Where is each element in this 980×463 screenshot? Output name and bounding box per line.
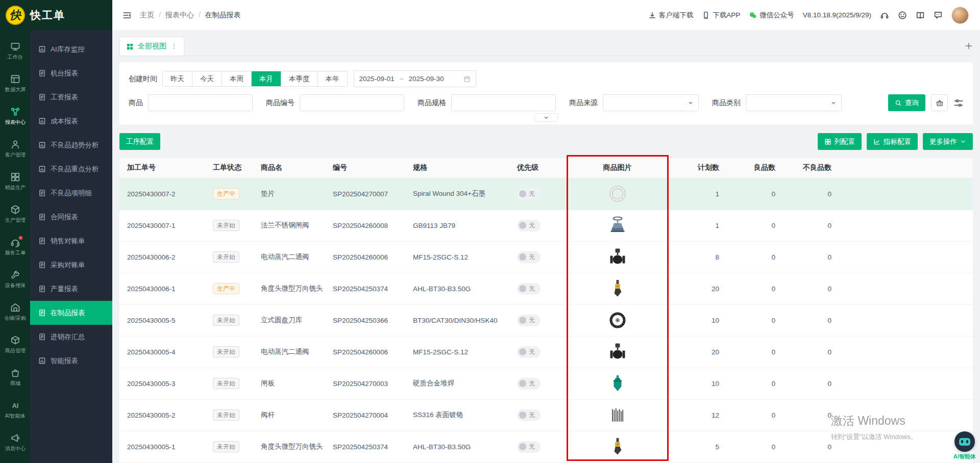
add-view-icon[interactable]	[965, 42, 973, 50]
quick-range-button[interactable]: 昨天	[163, 71, 192, 87]
quick-range-button[interactable]: 本年	[318, 71, 347, 87]
view-tabs: 全部视图	[119, 35, 973, 56]
rail-item[interactable]: 设备维保	[0, 263, 30, 295]
download-app-label: 下载APP	[713, 11, 740, 20]
quick-range-button[interactable]: 本季度	[281, 71, 318, 87]
sidebar-menu-label: 工资报表	[51, 93, 78, 102]
column-header-2: 商品名	[255, 158, 327, 178]
sidebar-menu-item[interactable]: 不良品重点分析	[30, 157, 112, 181]
search-button[interactable]: 查询	[888, 94, 925, 111]
tab-more-icon[interactable]	[170, 43, 178, 50]
quick-range-button[interactable]: 今天	[192, 71, 222, 87]
table-row[interactable]: 20250430005-3 未开始 闸板 SP202504270003 硬质合金…	[119, 368, 973, 399]
sidebar-menu-item[interactable]: 进销存汇总	[30, 325, 112, 349]
sidebar-menu-item[interactable]: 不良品项明细	[30, 181, 112, 205]
date-separator: ~	[400, 75, 404, 83]
rail-item[interactable]: 商品管理	[0, 328, 30, 361]
valve-stem-image[interactable]	[607, 405, 628, 425]
rail-item[interactable]: 报表中心	[0, 99, 30, 132]
date-from[interactable]: 2025-09-01	[359, 75, 395, 83]
cell-plan-qty: 10	[668, 368, 725, 399]
rail-item[interactable]: AI AI智能体	[0, 393, 30, 426]
sidebar-menu-label: 进销存汇总	[51, 332, 85, 342]
saved-query-basket-icon[interactable]	[931, 94, 948, 111]
sidebar-menu-item[interactable]: AI库存监控	[30, 37, 112, 61]
search-icon	[895, 99, 902, 107]
quick-range-button[interactable]: 本周	[222, 71, 252, 87]
chart-doc-icon	[38, 45, 46, 53]
table-row[interactable]: 20250430005-5 未开始 立式圆盘刀库 SP202504250366 …	[119, 304, 973, 336]
mall-icon	[10, 368, 20, 378]
messages-icon[interactable]	[934, 11, 943, 20]
breadcrumb-report-center[interactable]: 报表中心	[154, 11, 194, 20]
rail-item[interactable]: 精益生产	[0, 165, 30, 197]
rail-item[interactable]: 客户管理	[0, 132, 30, 165]
table-row[interactable]: 20250430006-1 生产中 角度头微型万向铣头 SP2025042503…	[119, 273, 973, 304]
help-manual-icon[interactable]	[916, 11, 925, 20]
rail-item[interactable]: 工作台	[0, 34, 30, 67]
sidebar-menu-item[interactable]: 机台报表	[30, 61, 112, 85]
download-app-link[interactable]: 下载APP	[702, 11, 740, 20]
priority-dot-icon	[519, 317, 526, 324]
filter-field-input[interactable]	[451, 94, 556, 111]
cell-product-image	[567, 273, 668, 304]
collapse-filters-button[interactable]	[534, 113, 558, 122]
sidebar-menu-item[interactable]: 在制品报表	[30, 301, 112, 325]
tab-all-views[interactable]: 全部视图	[119, 37, 184, 56]
gate-valve-image[interactable]	[607, 215, 628, 236]
breadcrumb-home[interactable]: 主页	[140, 11, 154, 20]
support-headset-icon[interactable]	[880, 11, 889, 20]
tab-all-views-label: 全部视图	[138, 42, 166, 51]
milling-head-image[interactable]	[607, 436, 628, 457]
table-row[interactable]: 20250430007-1 未开始 法兰不锈钢闸阀 SP202504260008…	[119, 210, 973, 241]
date-to[interactable]: 2025-09-30	[408, 75, 444, 83]
table-row[interactable]: 20250430005-1 未开始 角度头微型万向铣头 SP2025042503…	[119, 431, 973, 462]
sidebar-menu-item[interactable]: 销售对账单	[30, 229, 112, 253]
rail-item[interactable]: 仓储/采购	[0, 295, 30, 328]
table-row[interactable]: 20250430005-4 未开始 电动蒸汽二通阀 SP202504260006…	[119, 336, 973, 368]
steam-valve-image[interactable]	[607, 247, 628, 267]
rail-item[interactable]: 商城	[0, 361, 30, 393]
sidebar-menu-item[interactable]: 采购对账单	[30, 253, 112, 277]
filter-field-input[interactable]	[300, 94, 404, 111]
ai-assistant-widget[interactable]: AI智能体	[953, 431, 976, 460]
column-config-button[interactable]: 列配置	[818, 133, 862, 150]
feedback-smiley-icon[interactable]	[898, 11, 907, 20]
sidebar-menu-item[interactable]: 产量报表	[30, 277, 112, 301]
quick-range-button[interactable]: 本月	[252, 71, 281, 87]
cell-status: 未开始	[207, 241, 255, 273]
gasket-image[interactable]	[607, 184, 628, 204]
more-actions-button[interactable]: 更多操作	[923, 133, 973, 150]
rail-item[interactable]: 生产管理	[0, 197, 30, 230]
filter-settings-icon[interactable]	[953, 98, 964, 108]
filter-field-select[interactable]	[603, 94, 699, 111]
steam-valve-image[interactable]	[607, 342, 628, 362]
disc-magazine-image[interactable]	[607, 310, 628, 330]
gate-plate-image[interactable]	[607, 373, 628, 394]
sidebar-menu-item[interactable]: 工资报表	[30, 85, 112, 109]
user-avatar[interactable]	[951, 7, 969, 24]
filter-field-input[interactable]	[148, 94, 253, 111]
date-range-picker[interactable]: 2025-09-01 ~ 2025-09-30	[354, 70, 476, 87]
cell-product-code: SP202504270003	[327, 368, 407, 399]
filter-field-select[interactable]	[746, 94, 842, 111]
sidebar-menu-item[interactable]: 智能报表	[30, 349, 112, 373]
table-row[interactable]: 20250430007-2 生产中 垫片 SP202504270007 Spir…	[119, 178, 973, 210]
client-download-link[interactable]: 客户端下载	[648, 11, 694, 20]
table-row[interactable]: 20250430006-2 未开始 电动蒸汽二通阀 SP202504260006…	[119, 241, 973, 273]
brand[interactable]: 快 快工单	[0, 0, 112, 30]
indicator-config-button[interactable]: 指标配置	[867, 133, 918, 150]
rail-item[interactable]: 服务工单	[0, 230, 30, 263]
sidebar-menu-item[interactable]: 成本报表	[30, 109, 112, 133]
sidebar-collapse-icon[interactable]	[122, 11, 132, 20]
wechat-official-link[interactable]: 微信公众号	[749, 11, 794, 20]
process-config-button[interactable]: 工序配置	[119, 133, 160, 150]
milling-head-image[interactable]	[607, 278, 628, 299]
rail-item[interactable]: 数据大屏	[0, 67, 30, 99]
sidebar-menu-item[interactable]: 合同报表	[30, 205, 112, 229]
rail-item[interactable]: 消息中心	[0, 426, 30, 458]
sidebar-menu-item[interactable]: 不良品趋势分析	[30, 133, 112, 157]
left-rail: 工作台 数据大屏 报表中心 客户管理 精益生产 生产管理 服务工单 设备维保 仓…	[0, 30, 30, 463]
table-row[interactable]: 20250430005-2 未开始 阀杆 SP202504270004 SS31…	[119, 399, 973, 431]
cell-priority: 无	[511, 273, 567, 304]
